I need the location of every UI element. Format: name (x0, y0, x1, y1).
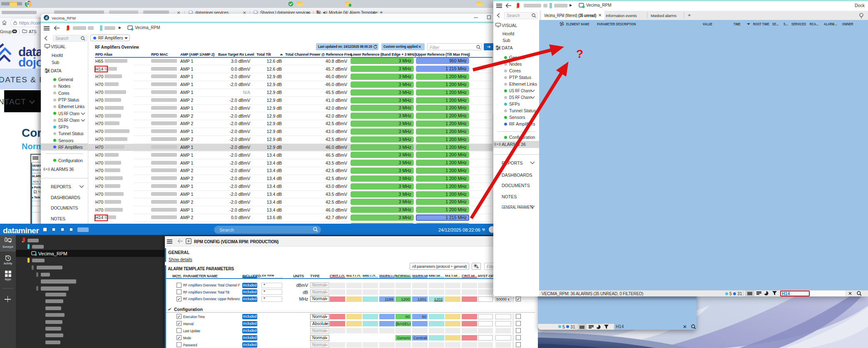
svg-text:?: ? (576, 47, 583, 60)
